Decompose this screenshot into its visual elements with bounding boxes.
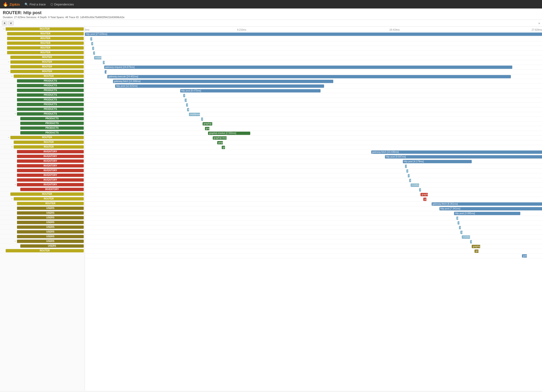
span-bar[interactable]: middleware - expressinit [72µs] — [91, 42, 93, 45]
service-row[interactable]: USERS — [0, 234, 85, 239]
span-bar[interactable]: middleware - <anonymous> [19µs] — [419, 188, 421, 191]
service-row[interactable]: INVENTORY — [0, 159, 85, 163]
service-row[interactable]: PRODUCTS — [0, 83, 85, 88]
span-bar[interactable]: http post [3.995ms] — [454, 212, 520, 215]
span-bar[interactable]: middleware - corsmiddleware [129µs] — [187, 108, 189, 111]
service-row[interactable]: USERS — [0, 215, 85, 220]
span-bar[interactable]: middleware - jsonparser [499µs] — [462, 235, 470, 239]
span-bar[interactable]: middleware - expressinit [121µs] — [185, 98, 187, 102]
service-row[interactable]: INVENTORY — [0, 149, 85, 154]
span-bar[interactable]: middleware - corsmiddleware [66µs] — [93, 51, 95, 55]
collapse-btn[interactable]: − — [10, 75, 14, 78]
service-row[interactable]: −ROUTER — [0, 27, 85, 31]
service-row[interactable]: PRODUCTS — [0, 121, 85, 126]
service-row[interactable]: PRODUCTS — [0, 131, 85, 135]
span-bar[interactable]: gateway.request [24.679ms] — [104, 65, 513, 69]
collapse-btn[interactable]: − — [10, 145, 14, 149]
span-bar[interactable]: middleware - <anonymous> [17µs] — [103, 61, 105, 64]
span-bar[interactable]: middleware - jsonparser [443µs] — [94, 56, 101, 60]
span-bar[interactable]: middleware - expressinit [81µs] — [458, 221, 460, 224]
service-row[interactable]: −PRODUCTS — [0, 112, 85, 116]
service-row[interactable]: USERS — [0, 225, 85, 229]
collapse-down-button[interactable]: ∨ — [8, 21, 14, 26]
service-row[interactable]: PRODUCTS — [0, 102, 85, 107]
span-bar[interactable]: graphql.resolve [181µs] — [423, 198, 426, 201]
collapse-btn[interactable]: − — [7, 136, 10, 139]
service-row[interactable]: ROUTER — [0, 140, 85, 145]
collapse-btn[interactable]: − — [7, 60, 10, 64]
service-row[interactable]: INVENTORY — [0, 187, 85, 192]
span-bar[interactable]: middleware - corsmiddleware [130µs] — [461, 231, 462, 234]
service-row[interactable]: ROUTER — [0, 64, 85, 69]
dependencies-nav[interactable]: ⬡ Dependencies — [50, 3, 74, 6]
span-bar[interactable]: graphql.resolve [237µs] — [475, 250, 479, 253]
span-bar[interactable]: http post [12.615ms] — [115, 84, 324, 88]
span-bar[interactable]: middleware - query [77µs] — [405, 165, 407, 168]
span-bar[interactable]: router - / [20µs] — [408, 174, 410, 177]
service-row[interactable]: ROUTER — [0, 248, 85, 253]
span-bar[interactable]: http post [9.687ms] — [385, 155, 542, 158]
span-bar[interactable]: router - / [19µs] — [459, 226, 461, 229]
span-bar[interactable]: gateway.validate [41µs] — [105, 70, 107, 74]
collapse-btn[interactable]: − — [14, 112, 17, 116]
span-bar[interactable]: middleware - expressinit [67µs] — [406, 169, 408, 173]
service-row[interactable]: ROUTER — [0, 45, 85, 50]
service-row[interactable]: PRODUCTS — [0, 88, 85, 93]
span-bar[interactable]: middleware - <anonymous> [29µs] — [201, 117, 203, 121]
service-row[interactable]: INVENTORY — [0, 168, 85, 173]
span-bar[interactable]: gateway.fetch [13.308ms] — [113, 80, 333, 83]
span-bar[interactable]: http post [7.341ms] — [439, 207, 542, 210]
span-bar[interactable]: graphql.execute [509µs] — [472, 245, 480, 248]
service-row[interactable]: −INVENTORY — [0, 182, 85, 187]
span-bar[interactable]: http post [8.475ms] — [180, 89, 320, 93]
span-bar[interactable]: middleware - <anonymous> [20µs] — [470, 240, 472, 243]
service-row[interactable]: INVENTORY — [0, 178, 85, 182]
service-row[interactable]: PRODUCTS — [0, 93, 85, 98]
collapse-btn[interactable]: − — [14, 240, 17, 243]
service-row[interactable]: INVENTORY — [0, 163, 85, 168]
service-row[interactable]: INVENTORY — [0, 154, 85, 159]
service-row[interactable]: INVENTORY — [0, 173, 85, 178]
span-bar[interactable]: graphql.resolve [841µs] — [213, 136, 227, 140]
span-bar[interactable]: middleware - query [73µs] — [456, 217, 458, 220]
service-row[interactable]: ROUTER — [0, 192, 85, 196]
collapse-btn[interactable]: − — [14, 183, 17, 186]
service-row[interactable]: USERS — [0, 220, 85, 225]
service-row[interactable]: −ROUTER — [0, 145, 85, 149]
span-bar[interactable]: graphql.execute [582µs] — [203, 122, 212, 125]
span-bar[interactable]: middleware - query [112µs] — [90, 37, 92, 41]
collapse-up-button[interactable]: ∧ — [2, 21, 7, 26]
span-bar[interactable]: http post [27.629ms] — [85, 33, 542, 36]
span-bar[interactable]: router - / [18µs] — [92, 47, 94, 50]
span-bar[interactable]: gateway.fetch [8.361ms] — [432, 202, 542, 206]
span-bar[interactable]: graphql.execute [433µs] — [421, 193, 428, 196]
span-bar[interactable]: graphql.resolve [2.550ms] — [208, 132, 250, 135]
span-bar[interactable]: graphql.resolve [190µs] — [222, 146, 225, 149]
span-bar[interactable]: gateway.postprocessing [299µs] — [522, 254, 527, 258]
service-row[interactable]: ROUTER — [0, 50, 85, 55]
service-row[interactable]: ROUTER — [0, 201, 85, 206]
span-bar[interactable]: middleware - jsonparser [673µs] — [189, 113, 200, 116]
service-row[interactable]: PRODUCTS — [0, 107, 85, 112]
service-row[interactable]: PRODUCTS — [0, 126, 85, 131]
service-row[interactable]: −ROUTER — [0, 74, 85, 79]
span-bar[interactable]: gateway.fetch [10.436ms] — [371, 151, 542, 154]
expand-icon[interactable]: » — [538, 21, 540, 25]
find-trace-nav[interactable]: 🔍 Find a trace — [25, 3, 46, 6]
service-row[interactable]: PRODUCTS — [0, 98, 85, 102]
service-row[interactable]: ROUTER — [0, 41, 85, 45]
service-row[interactable]: −ROUTER — [0, 69, 85, 74]
service-row[interactable]: PRODUCTS — [0, 116, 85, 121]
span-bar[interactable]: middleware - query [76µs] — [183, 94, 185, 97]
service-row[interactable]: ROUTER — [0, 31, 85, 36]
span-bar[interactable]: graphql.resolve [280µs] — [205, 127, 210, 130]
collapse-btn[interactable]: − — [2, 27, 6, 31]
service-row[interactable]: USERS — [0, 244, 85, 248]
service-row[interactable]: USERS — [0, 211, 85, 215]
service-row[interactable]: −USERS — [0, 239, 85, 244]
service-row[interactable]: ROUTER — [0, 55, 85, 60]
service-row[interactable]: −ROUTER — [0, 196, 85, 201]
service-row[interactable]: −ROUTER — [0, 135, 85, 140]
service-row[interactable]: USERS — [0, 229, 85, 234]
span-bar[interactable]: middleware - corsmiddleware [73µs] — [409, 179, 411, 182]
